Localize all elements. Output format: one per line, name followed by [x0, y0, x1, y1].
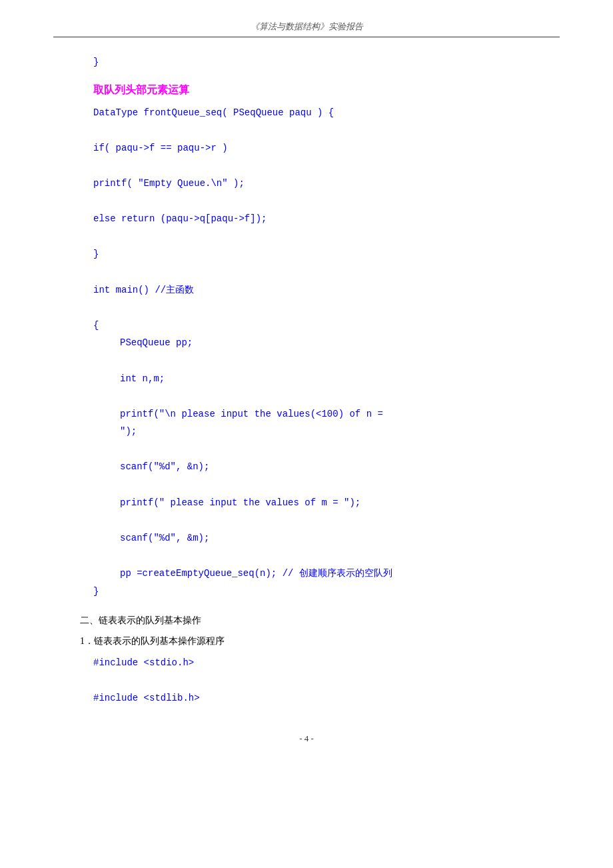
section-2-subheading: 1．链表表示的队列基本操作源程序 — [80, 633, 560, 649]
code-line — [93, 299, 560, 317]
code-line — [93, 671, 560, 689]
section-heading-front-queue: 取队列头部元素运算 — [93, 83, 560, 97]
code-line: scanf("%d", &m); — [120, 529, 560, 547]
code-line — [93, 263, 560, 281]
code-line: } — [93, 583, 560, 601]
code-line: if( paqu->f == paqu->r ) — [93, 139, 560, 157]
code-line — [93, 193, 560, 211]
code-line: DataType frontQueue_seq( PSeqQueue paqu … — [93, 104, 560, 122]
code-line: pp =createEmptyQueue_seq(n); // 创建顺序表示的空… — [120, 565, 560, 583]
code-line-continuation: "); — [120, 423, 560, 441]
code-printf-n: printf("\n please input the values(<100)… — [120, 405, 560, 441]
code-line: printf( "Empty Queue.\n" ); — [93, 175, 560, 193]
code-line: else return (paqu->q[paqu->f]); — [93, 210, 560, 228]
code-line — [120, 441, 560, 459]
code-front-queue: DataType frontQueue_seq( PSeqQueue paqu … — [93, 104, 560, 263]
code-line: printf(" please input the values of m = … — [120, 494, 560, 512]
section-2-heading: 二、链表表示的队列基本操作 — [80, 612, 560, 629]
code-line — [120, 387, 560, 405]
code-line: } — [93, 53, 560, 71]
page: 《算法与数据结构》实验报告 } 取队列头部元素运算 DataType front… — [0, 0, 613, 868]
code-block-closing-top: } — [93, 53, 560, 71]
code-line — [120, 352, 560, 370]
code-line: printf("\n please input the values(<100)… — [120, 409, 383, 419]
code-line: #include <stdio.h> — [93, 654, 560, 672]
code-line — [93, 157, 560, 175]
code-line — [93, 228, 560, 246]
code-main-header: int main() //主函数 { — [93, 263, 560, 334]
code-line: } — [93, 245, 560, 263]
code-line: { — [93, 317, 560, 335]
code-line — [120, 511, 560, 529]
code-line — [120, 547, 560, 565]
code-line: #include <stdlib.h> — [93, 689, 560, 707]
code-main-body: PSeqQueue pp; int n,m; — [120, 334, 560, 405]
header-title: 《算法与数据结构》实验报告 — [251, 21, 363, 31]
code-main-body-2: scanf("%d", &n); printf(" please input t… — [120, 441, 560, 583]
code-line: PSeqQueue pp; — [120, 334, 560, 352]
code-line — [120, 476, 560, 494]
page-header: 《算法与数据结构》实验报告 — [53, 20, 560, 37]
code-line: int main() //主函数 — [93, 281, 560, 299]
code-main-close: } — [93, 583, 560, 601]
page-number: - 4 - — [53, 733, 560, 744]
code-line — [93, 121, 560, 139]
code-line: int n,m; — [120, 370, 560, 388]
code-line: scanf("%d", &n); — [120, 458, 560, 476]
code-includes: #include <stdio.h> #include <stdlib.h> — [93, 654, 560, 707]
